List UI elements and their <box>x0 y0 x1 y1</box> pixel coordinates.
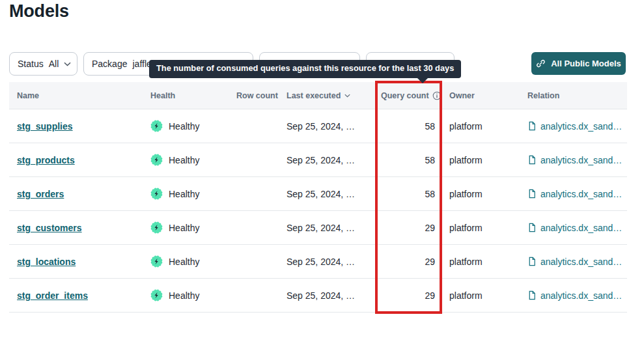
models-page: Models Status All Package jaffle_ <box>0 0 644 349</box>
relation-link[interactable]: analytics.dx_sand… <box>527 257 622 267</box>
relation-link[interactable]: analytics.dx_sand… <box>527 155 622 165</box>
last-executed-cell: Sep 25, 2024, … <box>287 290 376 301</box>
table-row: stg_customers Healthy Sep 25, 2024, … 29… <box>9 211 627 245</box>
query-count-tooltip: The number of consumed queries against t… <box>149 60 461 78</box>
query-count-cell: 58 <box>376 121 441 132</box>
health-label: Healthy <box>169 155 199 165</box>
last-executed-cell: Sep 25, 2024, … <box>287 121 376 132</box>
query-count-cell: 29 <box>376 257 441 267</box>
query-count-cell: 58 <box>376 155 441 165</box>
header-query-count: Query count <box>376 91 441 100</box>
chevron-down-icon <box>344 94 350 98</box>
document-icon <box>527 223 537 232</box>
owner-cell: platform <box>441 189 527 199</box>
table-row: stg_supplies Healthy Sep 25, 2024, … 58 … <box>9 109 627 143</box>
healthy-status-icon <box>150 188 163 200</box>
all-public-models-label: All Public Models <box>551 59 621 68</box>
header-last-executed[interactable]: Last executed <box>287 91 376 100</box>
healthy-status-icon <box>150 154 163 166</box>
document-icon <box>527 155 537 165</box>
healthy-status-icon <box>150 255 163 268</box>
document-icon <box>527 121 537 131</box>
table-row: stg_order_items Healthy Sep 25, 2024, … … <box>9 279 627 313</box>
document-icon <box>527 290 537 300</box>
header-owner: Owner <box>441 91 527 100</box>
health-label: Healthy <box>169 121 199 132</box>
all-public-models-button[interactable]: All Public Models <box>531 52 626 75</box>
health-label: Healthy <box>169 257 199 267</box>
info-icon[interactable] <box>432 91 441 100</box>
header-health: Health <box>148 91 236 100</box>
relation-link[interactable]: analytics.dx_sand… <box>527 121 622 132</box>
models-table: Name Health Row count Last executed Quer… <box>9 82 627 313</box>
owner-cell: platform <box>441 155 527 165</box>
relation-link[interactable]: analytics.dx_sand… <box>527 189 622 199</box>
health-label: Healthy <box>169 189 199 199</box>
query-count-cell: 29 <box>376 290 441 301</box>
header-name: Name <box>9 91 148 100</box>
document-icon <box>527 189 537 199</box>
health-label: Healthy <box>169 223 199 233</box>
model-link[interactable]: stg_locations <box>17 257 76 267</box>
model-link[interactable]: stg_products <box>17 155 75 165</box>
table-row: stg_locations Healthy Sep 25, 2024, … 29… <box>9 245 627 279</box>
last-executed-cell: Sep 25, 2024, … <box>287 257 376 267</box>
package-filter-label: Package <box>92 59 127 69</box>
model-link[interactable]: stg_supplies <box>17 121 73 132</box>
model-link[interactable]: stg_customers <box>17 223 82 233</box>
table-header-row: Name Health Row count Last executed Quer… <box>9 82 627 109</box>
header-relation: Relation <box>527 91 627 100</box>
relation-link[interactable]: analytics.dx_sand… <box>527 290 622 301</box>
healthy-status-icon <box>150 289 163 301</box>
header-row-count: Row count <box>236 91 287 100</box>
link-chain-icon <box>536 59 546 68</box>
model-link[interactable]: stg_orders <box>17 189 64 199</box>
healthy-status-icon <box>150 221 163 234</box>
tooltip-text: The number of consumed queries against t… <box>156 63 454 73</box>
last-executed-cell: Sep 25, 2024, … <box>287 223 376 233</box>
relation-link[interactable]: analytics.dx_sand… <box>527 223 622 233</box>
model-link[interactable]: stg_order_items <box>17 290 88 301</box>
owner-cell: platform <box>441 121 527 132</box>
last-executed-cell: Sep 25, 2024, … <box>287 189 376 199</box>
health-label: Healthy <box>169 290 199 301</box>
healthy-status-icon <box>150 120 163 132</box>
table-row: stg_orders Healthy Sep 25, 2024, … 58 pl… <box>9 177 627 211</box>
owner-cell: platform <box>441 223 527 233</box>
owner-cell: platform <box>441 257 527 267</box>
query-count-cell: 58 <box>376 189 441 199</box>
query-count-cell: 29 <box>376 223 441 233</box>
page-title: Models <box>9 1 69 21</box>
status-filter-dropdown[interactable]: Status All <box>9 52 77 76</box>
owner-cell: platform <box>441 290 527 301</box>
status-filter-value: All <box>49 59 59 69</box>
chevron-down-icon <box>64 62 71 66</box>
status-filter-label: Status <box>18 59 44 69</box>
last-executed-cell: Sep 25, 2024, … <box>287 155 376 165</box>
table-row: stg_products Healthy Sep 25, 2024, … 58 … <box>9 143 627 177</box>
document-icon <box>527 257 537 266</box>
